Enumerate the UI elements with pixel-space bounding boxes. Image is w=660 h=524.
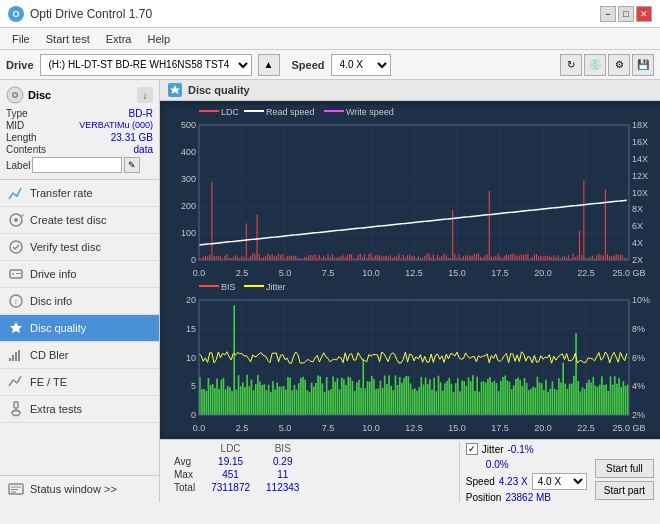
stats-row-max: Max 451 11: [166, 468, 307, 481]
drive-select[interactable]: (H:) HL-DT-ST BD-RE WH16NS58 TST4: [40, 54, 252, 76]
ldc-chart: [164, 105, 656, 280]
svg-marker-14: [10, 322, 22, 333]
start-full-button[interactable]: Start full: [595, 459, 654, 478]
transfer-rate-icon: [8, 185, 24, 201]
window-controls: − □ ✕: [600, 6, 652, 22]
svg-point-10: [12, 273, 14, 275]
stats-right: ✓ Jitter -0.1% 0.0% Speed 4.23 X 4.0 X P…: [459, 442, 589, 502]
col-header-empty: [166, 442, 203, 455]
close-button[interactable]: ✕: [636, 6, 652, 22]
menu-extra[interactable]: Extra: [98, 31, 140, 47]
disc-quality-icon: [8, 320, 24, 336]
svg-text:↓: ↓: [143, 90, 148, 101]
action-buttons: Start full Start part: [589, 442, 654, 502]
sidebar-item-drive-info[interactable]: Drive info: [0, 261, 159, 288]
svg-rect-17: [15, 352, 17, 361]
drive-toolbar-icons: ↻ 💿 ⚙ 💾: [560, 54, 654, 76]
position-val: 23862 MB: [505, 492, 551, 502]
jitter-max-row: 0.0%: [466, 458, 589, 471]
menu-bar: File Start test Extra Help: [0, 28, 660, 50]
disc-quality-header-icon: [168, 83, 182, 97]
disc-table: Type BD-R MID VERBATIMu (000) Length 23.…: [6, 108, 153, 173]
charts-area: [160, 101, 660, 439]
cd-bler-icon: [8, 347, 24, 363]
speed-val: 4.23 X: [499, 476, 528, 487]
sidebar-item-fe-te[interactable]: FE / TE: [0, 369, 159, 396]
sidebar-item-cd-bler[interactable]: CD Bler: [0, 342, 159, 369]
sidebar-item-disc-info[interactable]: i Disc info: [0, 288, 159, 315]
sidebar-item-disc-quality[interactable]: Disc quality: [0, 315, 159, 342]
sidebar: Disc ↓ Type BD-R MID VERBATIMu (000) Len…: [0, 80, 160, 502]
eject-button[interactable]: ▲: [258, 54, 280, 76]
label-input[interactable]: [32, 157, 122, 173]
stats-row-avg: Avg 19.15 0.29: [166, 455, 307, 468]
drive-bar: Drive (H:) HL-DT-ST BD-RE WH16NS58 TST4 …: [0, 50, 660, 80]
svg-rect-15: [9, 358, 11, 361]
disc-label-row: Label ✎: [6, 157, 153, 173]
save-button[interactable]: 💾: [632, 54, 654, 76]
disc-row-type: Type BD-R: [6, 108, 153, 119]
minimize-button[interactable]: −: [600, 6, 616, 22]
speed-select[interactable]: 4.0 X: [331, 54, 391, 76]
title-bar: O Opti Drive Control 1.70 − □ ✕: [0, 0, 660, 28]
verify-icon: [8, 239, 24, 255]
disc-info-nav-icon: i: [8, 293, 24, 309]
refresh-button[interactable]: ↻: [560, 54, 582, 76]
stats-bar: LDC BIS Avg 19.15 0.29 Max 451 11 Tota: [160, 439, 660, 502]
status-window-icon: [8, 481, 24, 497]
svg-rect-18: [18, 350, 20, 361]
disc-quality-title: Disc quality: [188, 84, 250, 96]
svg-text:i: i: [15, 297, 17, 306]
jitter-checkbox[interactable]: ✓: [466, 443, 478, 455]
disc-row-contents: Contents data: [6, 144, 153, 155]
drive-info-icon: [8, 266, 24, 282]
disc-info-button[interactable]: 💿: [584, 54, 606, 76]
svg-point-6: [14, 218, 18, 222]
svg-rect-16: [12, 355, 14, 361]
col-header-bis: BIS: [258, 442, 307, 455]
jitter-row: ✓ Jitter -0.1%: [466, 442, 589, 456]
disc-row-length: Length 23.31 GB: [6, 132, 153, 143]
sidebar-item-transfer-rate[interactable]: Transfer rate: [0, 180, 159, 207]
sidebar-item-verify-test-disc[interactable]: Verify test disc: [0, 234, 159, 261]
speed-row: Speed 4.23 X 4.0 X: [466, 473, 589, 490]
content-area: Disc quality LDC BIS: [160, 80, 660, 502]
stats-table: LDC BIS Avg 19.15 0.29 Max 451 11 Tota: [166, 442, 459, 502]
settings-button[interactable]: ⚙: [608, 54, 630, 76]
stats-speed-select[interactable]: 4.0 X: [532, 473, 587, 490]
extra-tests-icon: [8, 401, 24, 417]
menu-start-test[interactable]: Start test: [38, 31, 98, 47]
label-edit-button[interactable]: ✎: [124, 157, 140, 173]
disc-action-icon[interactable]: ↓: [137, 87, 153, 103]
fe-te-icon: [8, 374, 24, 390]
bis-chart: [164, 280, 656, 435]
sidebar-item-create-test-disc[interactable]: + Create test disc: [0, 207, 159, 234]
svg-rect-11: [16, 273, 21, 274]
stats-row-total: Total 7311872 112343: [166, 481, 307, 494]
svg-point-2: [14, 94, 17, 97]
maximize-button[interactable]: □: [618, 6, 634, 22]
menu-help[interactable]: Help: [139, 31, 178, 47]
jitter-avg-val: -0.1%: [508, 444, 534, 455]
disc-row-mid: MID VERBATIMu (000): [6, 120, 153, 131]
jitter-max-val: 0.0%: [486, 459, 509, 470]
main-layout: Disc ↓ Type BD-R MID VERBATIMu (000) Len…: [0, 80, 660, 502]
svg-text:+: +: [20, 212, 24, 220]
disc-panel: Disc ↓ Type BD-R MID VERBATIMu (000) Len…: [0, 80, 159, 180]
drive-label: Drive: [6, 59, 34, 71]
speed-label: Speed: [292, 59, 325, 71]
disc-quality-header: Disc quality: [160, 80, 660, 101]
disc-icon: [6, 86, 24, 104]
menu-file[interactable]: File: [4, 31, 38, 47]
app-icon: O: [8, 6, 24, 22]
col-header-ldc: LDC: [203, 442, 258, 455]
disc-header: Disc ↓: [6, 86, 153, 104]
svg-point-21: [12, 411, 20, 416]
sidebar-item-extra-tests[interactable]: Extra tests: [0, 396, 159, 423]
create-test-icon: +: [8, 212, 24, 228]
start-part-button[interactable]: Start part: [595, 481, 654, 500]
svg-marker-26: [170, 85, 180, 94]
sidebar-item-status-window[interactable]: Status window >>: [0, 475, 159, 502]
svg-rect-19: [14, 402, 18, 408]
position-row: Position 23862 MB: [466, 492, 589, 502]
